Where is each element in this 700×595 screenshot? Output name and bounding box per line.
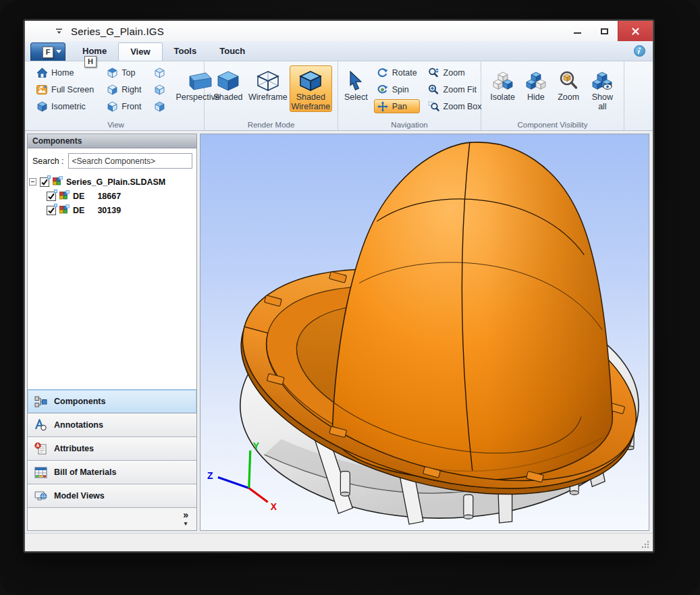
main-area: Components Search : Series_G_Plain.SLDAS… bbox=[25, 131, 653, 533]
ribbon-group-navigation: Select Rotate Spin bbox=[338, 61, 481, 130]
checkmark-icon bbox=[47, 206, 55, 215]
spin-icon bbox=[377, 84, 389, 95]
isometric-view-button[interactable]: Isometric bbox=[33, 99, 97, 113]
checkmark-icon bbox=[47, 192, 55, 200]
bill-of-materials-icon bbox=[33, 465, 48, 479]
isolate-icon bbox=[493, 69, 513, 92]
panel-tab-bill-of-materials[interactable]: Bill of Materials bbox=[28, 460, 196, 484]
home-view-button[interactable]: Home bbox=[33, 65, 97, 80]
zoom-box-button[interactable]: Zoom Box bbox=[425, 99, 485, 113]
axis-z-label: Z bbox=[207, 470, 213, 481]
hide-icon bbox=[526, 69, 546, 92]
item-checkbox[interactable] bbox=[47, 192, 56, 201]
tab-touch[interactable]: Touch bbox=[208, 42, 257, 61]
group-label-component-visibility: Component Visibility bbox=[481, 121, 624, 129]
collapse-icon[interactable] bbox=[29, 178, 36, 186]
shaded-button[interactable]: Shaded bbox=[210, 65, 246, 112]
tree-root-label: Series_G_Plain.SLDASM bbox=[66, 177, 165, 187]
part-icon bbox=[59, 204, 70, 216]
tab-view[interactable]: View bbox=[118, 42, 162, 61]
ribbon-tabs: Home View Tools Touch bbox=[71, 42, 257, 61]
home-icon bbox=[36, 67, 48, 78]
panel-tab-model-views[interactable]: Model Views bbox=[28, 484, 196, 507]
isolate-button[interactable]: Isolate bbox=[487, 65, 518, 112]
attributes-icon bbox=[33, 442, 48, 455]
select-button[interactable]: Select bbox=[344, 65, 369, 113]
window-controls bbox=[564, 21, 653, 41]
tree-item-prefix: DE bbox=[73, 206, 84, 215]
rotate-button[interactable]: Rotate bbox=[374, 65, 420, 80]
tree-item-number: 30139 bbox=[97, 206, 121, 215]
ribbon-group-component-visibility: Isolate Hide Zoo bbox=[481, 61, 624, 130]
title-bar: Series_G_Plain.IGS bbox=[25, 21, 653, 41]
minimize-icon bbox=[574, 32, 581, 34]
part-icon bbox=[59, 190, 70, 202]
shaded-wireframe-cube-icon bbox=[299, 69, 322, 92]
show-all-button[interactable]: Show all bbox=[587, 65, 618, 112]
maximize-icon bbox=[601, 28, 608, 34]
checkmark-icon bbox=[41, 178, 49, 186]
quick-access-menu-icon[interactable] bbox=[55, 27, 63, 35]
components-icon bbox=[33, 395, 48, 408]
full-screen-button[interactable]: Full Screen bbox=[33, 82, 97, 96]
wireframe-button[interactable]: Wireframe bbox=[248, 65, 288, 112]
info-icon bbox=[637, 47, 643, 55]
tree-item-prefix: DE bbox=[73, 192, 84, 201]
panel-tab-annotations[interactable]: Annotations bbox=[28, 413, 196, 436]
ribbon: Home Full Screen Isometric bbox=[25, 61, 653, 131]
top-view-button[interactable]: Top bbox=[103, 65, 144, 80]
tree-root-row[interactable]: Series_G_Plain.SLDASM bbox=[29, 175, 195, 189]
group-label-navigation: Navigation bbox=[338, 121, 481, 129]
panel-tab-components[interactable]: Components bbox=[28, 389, 196, 413]
back-view-cube-icon bbox=[153, 101, 165, 112]
tree-item-row[interactable]: DE 30139 bbox=[29, 203, 195, 217]
close-button[interactable] bbox=[618, 21, 653, 41]
select-cursor-icon bbox=[348, 69, 364, 92]
left-view-cube-icon bbox=[153, 84, 165, 95]
bottom-view-button[interactable] bbox=[151, 65, 168, 80]
wireframe-cube-icon bbox=[257, 69, 279, 92]
panel-tab-attributes[interactable]: Attributes bbox=[28, 436, 196, 460]
file-keytip: F bbox=[43, 47, 54, 58]
minimize-button[interactable] bbox=[564, 21, 591, 41]
tree-item-number: 18667 bbox=[97, 192, 121, 201]
top-view-cube-icon bbox=[106, 67, 118, 78]
shaded-wireframe-button[interactable]: Shaded Wireframe bbox=[290, 65, 332, 112]
file-menu-button[interactable]: F bbox=[30, 42, 65, 61]
back-view-button[interactable] bbox=[151, 99, 168, 113]
left-view-button[interactable] bbox=[151, 82, 168, 96]
ribbon-group-render-mode: Shaded Wireframe Shaded Wireframe Render… bbox=[205, 61, 338, 130]
front-view-cube-icon bbox=[106, 101, 118, 112]
item-checkbox[interactable] bbox=[47, 206, 56, 215]
app-window: Series_G_Plain.IGS F Home View Tools Tou… bbox=[24, 20, 653, 552]
zoom-icon bbox=[428, 67, 440, 78]
search-input[interactable] bbox=[68, 153, 192, 169]
right-view-button[interactable]: Right bbox=[103, 82, 144, 96]
pan-button[interactable]: Pan bbox=[374, 99, 420, 113]
annotations-icon bbox=[33, 418, 48, 432]
rotate-icon bbox=[377, 67, 389, 78]
hide-button[interactable]: Hide bbox=[521, 65, 550, 112]
ribbon-tab-bar: F Home View Tools Touch bbox=[25, 41, 653, 61]
tab-tools[interactable]: Tools bbox=[163, 42, 209, 61]
root-checkbox[interactable] bbox=[40, 177, 49, 187]
zoom-button[interactable]: Zoom bbox=[425, 65, 485, 80]
spin-button[interactable]: Spin bbox=[374, 82, 420, 96]
show-all-icon bbox=[592, 69, 612, 92]
isometric-cube-icon bbox=[36, 101, 48, 112]
3d-viewport[interactable]: Z Y X bbox=[200, 134, 649, 531]
tree-item-row[interactable]: DE 18667 bbox=[29, 189, 195, 203]
bottom-view-cube-icon bbox=[153, 67, 165, 78]
zoom-fit-button[interactable]: Zoom Fit bbox=[425, 82, 485, 96]
resize-grip[interactable] bbox=[641, 540, 649, 548]
more-panels-glyph: » bbox=[183, 511, 188, 519]
axis-y-label: Y bbox=[253, 441, 260, 451]
axis-x-label: X bbox=[271, 501, 277, 512]
panel-expander[interactable]: » ▾ bbox=[28, 507, 196, 530]
pan-icon bbox=[377, 101, 389, 112]
info-button[interactable] bbox=[634, 45, 645, 57]
maximize-button[interactable] bbox=[591, 21, 618, 41]
right-view-cube-icon bbox=[106, 84, 118, 95]
front-view-button[interactable]: Front bbox=[103, 99, 144, 113]
zoom-component-button[interactable]: Zoom bbox=[554, 65, 584, 112]
